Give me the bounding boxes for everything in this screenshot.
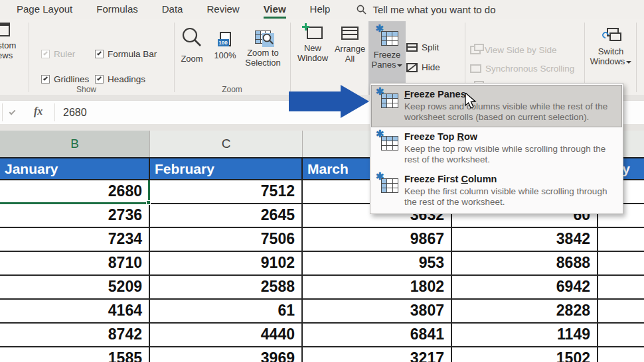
tab-review[interactable]: Review bbox=[206, 0, 239, 19]
custom-views-label-1: Custom bbox=[0, 40, 16, 50]
cell[interactable]: 1149 bbox=[452, 324, 598, 346]
tab-page-layout[interactable]: Page Layout bbox=[17, 0, 72, 19]
cell[interactable]: 9867 bbox=[303, 228, 452, 251]
menu-item-freeze-first-column[interactable]: Freeze First Column Keep the first colum… bbox=[371, 170, 622, 212]
cell[interactable]: 953 bbox=[303, 252, 452, 274]
hide-button[interactable]: Hide bbox=[406, 62, 440, 72]
cell[interactable]: 1585 bbox=[0, 347, 150, 362]
menu-item-title: Freeze Panes bbox=[404, 89, 616, 100]
headings-checkbox-icon bbox=[95, 75, 104, 84]
cell[interactable]: 3807 bbox=[303, 300, 452, 322]
cell[interactable]: 8710 bbox=[0, 252, 150, 274]
cell[interactable]: 4440 bbox=[150, 324, 303, 346]
custom-views-button[interactable]: Custom Views bbox=[0, 23, 23, 60]
cell[interactable]: 6942 bbox=[452, 276, 598, 298]
cell[interactable]: 2588 bbox=[150, 276, 303, 298]
zoom-100-badge: 100 bbox=[218, 39, 229, 46]
hide-icon bbox=[406, 63, 418, 72]
cell[interactable]: 3217 bbox=[303, 347, 452, 362]
cell[interactable]: 8688 bbox=[452, 252, 598, 274]
month-header-cell[interactable]: January bbox=[0, 158, 150, 179]
cell[interactable] bbox=[598, 276, 644, 298]
tell-me-search[interactable]: Tell me what you want to do bbox=[357, 0, 495, 19]
column-header-C[interactable]: C bbox=[150, 131, 303, 157]
cell[interactable]: 5209 bbox=[0, 276, 150, 298]
table-row: 8742 4440 6841 1149 bbox=[0, 324, 644, 347]
table-row: 1585 3969 3217 1502 bbox=[0, 347, 644, 362]
new-window-button[interactable]: New Window bbox=[294, 27, 331, 63]
selection-fill-handle[interactable] bbox=[146, 200, 151, 205]
group-divider bbox=[290, 23, 291, 92]
menu-item-description: Keep the first column visible while scro… bbox=[404, 186, 616, 207]
ruler-label: Ruler bbox=[54, 49, 75, 59]
cell[interactable]: 3842 bbox=[452, 228, 598, 251]
insert-function-icon[interactable]: fx bbox=[34, 105, 42, 117]
cell[interactable]: 1502 bbox=[452, 347, 598, 362]
tab-help[interactable]: Help bbox=[310, 0, 331, 19]
cell[interactable]: 2645 bbox=[150, 204, 303, 227]
zoom-100-button[interactable]: 100 100% bbox=[210, 29, 240, 60]
headings-label: Headings bbox=[108, 74, 145, 84]
synchronous-scrolling-button[interactable]: Synchronous Scrolling bbox=[470, 64, 574, 74]
freeze-panes-label-1: Freeze bbox=[374, 50, 400, 60]
cell[interactable]: 1802 bbox=[303, 276, 452, 298]
checkbox-formula-bar[interactable]: Formula Bar bbox=[95, 49, 157, 59]
cell[interactable]: 61 bbox=[150, 300, 303, 322]
month-header-cell[interactable]: February bbox=[150, 158, 303, 179]
cell[interactable]: 3969 bbox=[150, 347, 303, 362]
group-divider bbox=[465, 23, 465, 92]
divider bbox=[2, 103, 3, 121]
cell[interactable]: 7234 bbox=[0, 228, 150, 251]
dropdown-caret-icon bbox=[626, 61, 631, 66]
ruler-checkbox-icon bbox=[41, 50, 50, 58]
column-header-B[interactable]: B bbox=[0, 131, 150, 157]
dropdown-caret-icon bbox=[397, 64, 402, 70]
cell[interactable]: 9102 bbox=[150, 252, 303, 274]
checkbox-gridlines[interactable]: Gridlines bbox=[41, 74, 89, 84]
formula-input[interactable]: 2680 bbox=[63, 107, 87, 119]
split-button[interactable]: Split bbox=[406, 42, 439, 52]
new-window-icon bbox=[307, 27, 323, 39]
cell[interactable]: 2828 bbox=[452, 300, 598, 322]
formula-bar-checkbox-icon bbox=[95, 50, 104, 58]
view-side-by-side-label: View Side by Side bbox=[485, 45, 557, 55]
selection-border bbox=[0, 202, 150, 204]
search-icon bbox=[357, 5, 366, 15]
enter-check-icon[interactable] bbox=[9, 109, 16, 115]
cell[interactable]: 8742 bbox=[0, 324, 150, 346]
zoom-group-label: Zoom bbox=[174, 85, 290, 94]
freeze-top-row-menu-icon bbox=[376, 131, 398, 151]
arrange-all-button[interactable]: Arrange All bbox=[331, 27, 368, 64]
tab-data[interactable]: Data bbox=[162, 0, 183, 19]
switch-windows-button[interactable]: Switch Windows bbox=[590, 28, 632, 66]
cell[interactable]: 7506 bbox=[150, 228, 303, 251]
cell-B2-selected[interactable]: 2680 bbox=[0, 180, 150, 203]
cell[interactable] bbox=[598, 347, 644, 362]
synchronous-scrolling-label: Synchronous Scrolling bbox=[485, 64, 574, 74]
cell[interactable]: 6841 bbox=[303, 324, 452, 346]
excel-window: Page Layout Formulas Data Review View He… bbox=[0, 0, 644, 362]
cell[interactable]: 7512 bbox=[150, 180, 303, 203]
group-divider bbox=[636, 23, 637, 92]
menu-item-freeze-panes[interactable]: Freeze Panes Keep rows and columns visib… bbox=[371, 85, 622, 127]
freeze-panes-dropdown: Freeze Panes Keep rows and columns visib… bbox=[370, 83, 623, 214]
zoom-to-selection-button[interactable]: Zoom to Selection bbox=[241, 30, 285, 68]
tab-formulas[interactable]: Formulas bbox=[96, 0, 138, 19]
checkbox-headings[interactable]: Headings bbox=[95, 74, 145, 84]
menu-item-freeze-top-row[interactable]: Freeze Top Row Keep the top row visible … bbox=[371, 127, 622, 170]
checkbox-ruler[interactable]: Ruler bbox=[41, 49, 75, 59]
view-side-by-side-button[interactable]: View Side by Side bbox=[470, 45, 557, 55]
cell[interactable]: 2736 bbox=[0, 204, 150, 227]
cell[interactable]: 4164 bbox=[0, 300, 150, 322]
cell[interactable] bbox=[598, 324, 644, 346]
zoom-button[interactable]: Zoom bbox=[177, 27, 207, 64]
zoom-to-selection-label-1: Zoom to bbox=[247, 48, 279, 58]
tab-view[interactable]: View bbox=[264, 0, 286, 19]
custom-views-icon bbox=[0, 23, 10, 36]
menu-item-title: Freeze Top Row bbox=[404, 131, 616, 143]
switch-windows-icon bbox=[602, 28, 620, 42]
cell[interactable] bbox=[598, 252, 644, 274]
cell[interactable] bbox=[598, 228, 644, 251]
group-divider bbox=[29, 23, 29, 92]
cell[interactable] bbox=[598, 300, 644, 322]
